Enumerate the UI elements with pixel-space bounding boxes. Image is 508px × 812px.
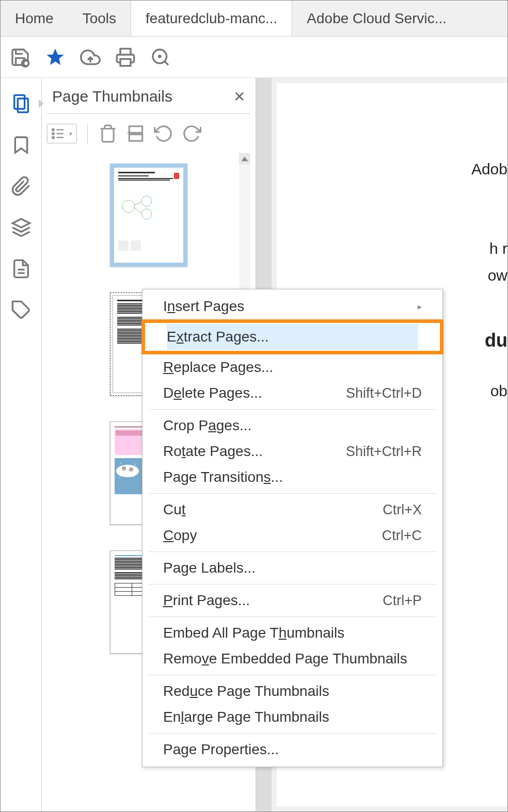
- svg-point-9: [52, 133, 54, 135]
- svg-point-21: [122, 466, 126, 470]
- tab-bar: Home Tools featuredclub-manc... Adobe Cl…: [1, 1, 507, 37]
- attachment-nav-icon[interactable]: [11, 176, 31, 197]
- tab-tools[interactable]: Tools: [68, 1, 131, 36]
- svg-line-19: [134, 207, 141, 213]
- menu-replace-pages[interactable]: Replace Pages...: [142, 354, 442, 380]
- svg-point-7: [52, 129, 54, 131]
- side-nav: [1, 78, 42, 811]
- menu-cut[interactable]: CutCtrl+X: [142, 497, 442, 523]
- menu-reduce-thumbnails[interactable]: Reduce Page Thumbnails: [142, 678, 442, 704]
- svg-point-17: [141, 209, 152, 219]
- menu-enlarge-thumbnails[interactable]: Enlarge Page Thumbnails: [142, 704, 442, 730]
- cloud-upload-icon[interactable]: [80, 47, 101, 68]
- tab-home[interactable]: Home: [1, 1, 68, 36]
- save-icon[interactable]: [10, 47, 30, 68]
- rotate-ccw-icon[interactable]: [154, 124, 173, 143]
- toolbar: [1, 37, 507, 78]
- scroll-up-icon[interactable]: [239, 153, 250, 165]
- options-icon[interactable]: ▼: [47, 124, 77, 143]
- tab-cloud[interactable]: Adobe Cloud Servic...: [292, 1, 461, 36]
- menu-page-transitions[interactable]: Page Transitions...: [142, 464, 442, 490]
- thumbnail-toolbar: ▼: [47, 114, 250, 153]
- menu-remove-thumbnails[interactable]: Remove Embedded Page Thumbnails: [142, 646, 442, 672]
- svg-rect-1: [120, 59, 131, 66]
- menu-print-pages[interactable]: Print Pages...Ctrl+P: [142, 588, 442, 613]
- menu-delete-pages[interactable]: Delete Pages...Shift+Ctrl+D: [142, 380, 442, 406]
- svg-rect-13: [129, 126, 142, 133]
- svg-point-20: [116, 465, 139, 477]
- search-icon[interactable]: [150, 47, 171, 68]
- menu-copy[interactable]: CopyCtrl+C: [142, 523, 442, 548]
- svg-line-18: [134, 202, 141, 205]
- menu-insert-pages[interactable]: Insert Pages▸: [142, 294, 442, 319]
- svg-point-16: [141, 196, 152, 206]
- print-icon[interactable]: [115, 47, 136, 68]
- menu-embed-thumbnails[interactable]: Embed All Page Thumbnails: [142, 620, 442, 646]
- tag-nav-icon[interactable]: [11, 300, 31, 320]
- menu-crop-pages[interactable]: Crop Pages...: [142, 413, 442, 439]
- menu-extract-pages[interactable]: Extract Pages...: [167, 324, 418, 350]
- bookmark-nav-icon[interactable]: [11, 135, 31, 155]
- page-nav-icon[interactable]: [11, 258, 31, 279]
- menu-page-labels[interactable]: Page Labels...: [142, 555, 442, 581]
- rotate-cw-icon[interactable]: [182, 124, 201, 143]
- thumbnails-nav-icon[interactable]: [11, 93, 31, 114]
- panel-title: Page Thumbnails: [52, 88, 172, 105]
- doc-text-fragment: Adob: [292, 160, 507, 178]
- close-panel-icon[interactable]: ✕: [233, 88, 245, 105]
- menu-rotate-pages[interactable]: Rotate Pages...Shift+Ctrl+R: [142, 439, 442, 464]
- svg-rect-14: [129, 135, 142, 141]
- insert-icon[interactable]: [126, 124, 146, 143]
- svg-point-11: [52, 137, 54, 139]
- svg-rect-4: [14, 95, 24, 109]
- context-menu: Insert Pages▸ Extract Pages... Replace P…: [142, 289, 443, 767]
- doc-text-fragment: h r: [292, 240, 507, 257]
- tab-document[interactable]: featuredclub-manc...: [131, 1, 292, 36]
- svg-point-22: [129, 467, 133, 472]
- page-thumbnail-1[interactable]: [110, 164, 187, 267]
- svg-point-3: [159, 55, 161, 57]
- star-icon[interactable]: [45, 47, 66, 68]
- delete-icon[interactable]: [98, 124, 118, 143]
- menu-page-properties[interactable]: Page Properties...: [142, 737, 442, 762]
- layers-nav-icon[interactable]: [11, 217, 31, 238]
- doc-text-fragment: ow: [292, 267, 507, 284]
- svg-rect-5: [18, 99, 28, 112]
- svg-point-15: [122, 200, 135, 213]
